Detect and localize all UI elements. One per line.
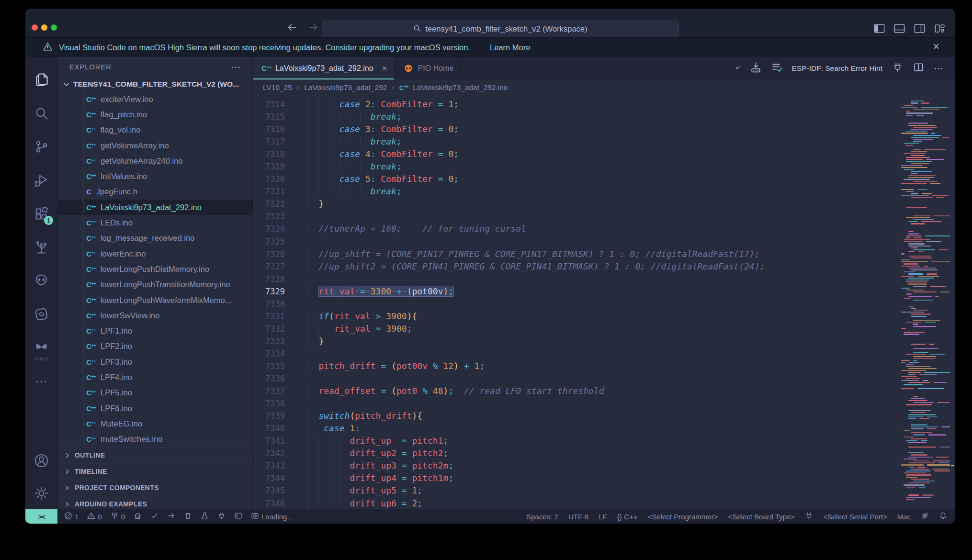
more-actions-icon[interactable]: ⋯ [231, 61, 241, 73]
activity-explorer-icon[interactable] [25, 63, 57, 96]
file-row[interactable]: C++LPF4.ino [58, 370, 252, 385]
file-row[interactable]: C++lowerEnc.ino [58, 246, 252, 261]
indentation[interactable]: Spaces: 2 [526, 513, 558, 521]
section-outline[interactable]: OUTLINE [58, 447, 252, 463]
activity-settings-icon[interactable] [25, 477, 57, 509]
code-editor[interactable]: 7314 case 2: CombFilter = 1;7315 break;7… [253, 96, 899, 509]
file-row[interactable]: C++lowerLongPushTransitionMemory.ino [58, 277, 252, 292]
code-line[interactable]: 7314 case 2: CombFilter = 1; [253, 98, 899, 111]
code-line[interactable]: 7336 [253, 372, 899, 385]
code-line[interactable]: 7315 break; [253, 111, 899, 123]
toggle-panel-icon[interactable] [893, 22, 906, 37]
plug-icon[interactable] [892, 61, 904, 75]
file-row[interactable]: C++LPF3.ino [58, 354, 252, 370]
file-row[interactable]: C++flag_pitch.ino [58, 107, 252, 122]
activity-account-icon[interactable] [25, 444, 57, 477]
code-line[interactable]: 7342 drift_up2 = pitch2; [253, 447, 899, 459]
pio-terminal-button[interactable] [234, 512, 242, 521]
file-row[interactable]: C++LPF6.ino [58, 401, 252, 416]
esp-idf-hint-button[interactable]: ESP-IDF: Search Error Hint [792, 64, 883, 73]
select-programmer[interactable]: <Select Programmer> [648, 513, 718, 521]
code-line[interactable]: 7318 case 4: CombFilter = 0; [253, 148, 899, 160]
file-row[interactable]: C++LPF5.ino [58, 385, 252, 401]
code-line[interactable]: 7319 break; [253, 160, 899, 173]
activity-platformio-home-icon[interactable] [25, 264, 57, 297]
pio-home-button[interactable] [134, 512, 142, 521]
activity-platformio-tree-icon[interactable] [25, 230, 57, 264]
split-editor-icon[interactable] [913, 61, 925, 75]
code-line[interactable]: 7320 case 5: CombFilter = 0; [253, 173, 899, 185]
code-line[interactable]: 7338 [253, 397, 899, 410]
code-line[interactable]: 7334 [253, 347, 899, 360]
breadcrumb[interactable]: LV10_25 › LaVoixski9p73_adat_292 › C++ L… [253, 79, 955, 96]
code-line[interactable]: 7340 case 1: [253, 422, 899, 435]
platform[interactable]: Mac [897, 513, 911, 521]
file-row[interactable]: C++exciterView.ino [58, 91, 252, 107]
code-line[interactable]: 7325 [253, 235, 899, 248]
file-row[interactable]: C++getVolumeArray.ino [58, 138, 252, 153]
file-row[interactable]: CJpegFunc.h [58, 184, 252, 200]
section-timeline[interactable]: TIMELINE [58, 463, 252, 480]
code-line[interactable]: 7343 drift_up3 = pitch2m; [253, 459, 899, 472]
file-row[interactable]: C++muteSwitches.ino [58, 432, 252, 447]
pio-clean-button[interactable] [184, 512, 192, 521]
remote-indicator[interactable]: >< [25, 509, 57, 524]
more-actions-icon[interactable]: ⋯ [934, 63, 944, 74]
breadcrumb-file[interactable]: LaVoixski9p73_adat_292.ino [413, 83, 508, 92]
file-row[interactable]: C++InitValues.ino [58, 168, 252, 184]
activity-source-control-icon[interactable] [25, 130, 57, 163]
activity-stm32-icon[interactable]: STM32 [25, 331, 57, 364]
loading-status[interactable]: Loading... [251, 512, 293, 521]
pio-serial-monitor-button[interactable] [217, 512, 226, 521]
code-line[interactable]: 7329 rit_val·=·3300·+·(pot00v); [253, 285, 899, 298]
command-center[interactable]: teensy41_comb_filter_sketch_v2 (Workspac… [322, 21, 679, 37]
activity-extensions-icon[interactable]: 1 [25, 197, 57, 230]
learn-more-link[interactable]: Learn More [490, 43, 530, 52]
do-not-disturb[interactable] [921, 512, 929, 521]
activity-swirl-extension-icon[interactable] [25, 297, 57, 331]
code-line[interactable]: 7331 if(rit_val > 3900){ [253, 310, 899, 323]
workspace-folder-header[interactable]: TEENSY41_COMB_FILTER_SKETCH_V2 (WO... [58, 77, 252, 91]
upload-board-icon[interactable] [750, 61, 762, 75]
code-line[interactable]: 7328 [253, 273, 899, 285]
code-line[interactable]: 7317 break; [253, 135, 899, 148]
file-row[interactable]: C++LPF2.ino [58, 339, 252, 354]
scrollbar[interactable] [950, 96, 955, 509]
code-line[interactable]: 7346 drift_up6 = 2; [253, 497, 899, 510]
problems-warnings[interactable]: 0 [87, 512, 102, 521]
close-icon[interactable]: × [382, 63, 387, 74]
encoding[interactable]: UTF-8 [568, 513, 589, 521]
toggle-secondary-sidebar-icon[interactable] [913, 22, 926, 37]
file-row[interactable]: C++lowerLongPushWaveformMixMemo... [58, 292, 252, 308]
file-row[interactable]: C++log_message_received.ino [58, 231, 252, 246]
code-line[interactable]: 7330 [253, 298, 899, 310]
code-line[interactable]: 7323 [253, 210, 899, 223]
minimize-button[interactable] [41, 24, 47, 31]
breadcrumb-folder[interactable]: LV10_25 [263, 83, 292, 92]
tab-pio-home[interactable]: PIO Home [395, 57, 461, 79]
code-line[interactable]: 7335 pitch_drift = (pot00v % 12) + 1; [253, 360, 899, 372]
checklist-icon[interactable] [771, 61, 783, 75]
pio-remote[interactable]: 0 [111, 512, 125, 521]
code-line[interactable]: 7332 rit_val = 3900; [253, 323, 899, 335]
file-row[interactable]: C++flag_vol.ino [58, 123, 252, 138]
activity-run-and-debug-icon[interactable] [25, 163, 57, 197]
code-line[interactable]: 7344 drift_up4 = pitch1m; [253, 472, 899, 484]
pio-upload-button[interactable] [167, 512, 175, 521]
section-project-components[interactable]: PROJECT COMPONENTS [58, 480, 252, 496]
code-line[interactable]: 7322 } [253, 198, 899, 210]
activity-search-icon[interactable] [25, 96, 57, 130]
code-line[interactable]: 7345 drift_up5 = 1; [253, 484, 899, 497]
activity-more-views-icon[interactable]: ⋯ [25, 364, 57, 398]
select-board-type[interactable]: <Select Board Type> [728, 513, 795, 521]
close-icon[interactable]: × [933, 40, 939, 53]
language-mode[interactable]: {}C++ [617, 513, 638, 521]
code-line[interactable]: 7341 drift_up = pitch1; [253, 435, 899, 447]
file-row[interactable]: C++LEDs.ino [58, 215, 252, 230]
tab-lavoixski[interactable]: C++ LaVoixski9p73_adat_292.ino × [253, 57, 395, 79]
eol[interactable]: LF [599, 513, 607, 521]
code-line[interactable]: 7326 //up_shift = (CORE_PIN17_PINREG & C… [253, 248, 899, 260]
pio-test-button[interactable] [201, 512, 209, 521]
back-button[interactable] [286, 22, 298, 35]
pio-build-button[interactable] [150, 512, 158, 521]
